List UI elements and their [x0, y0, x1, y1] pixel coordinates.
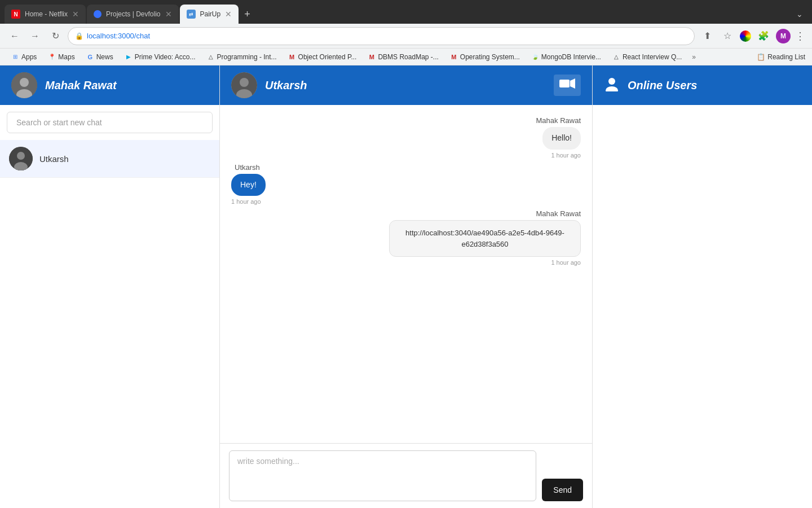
- bookmark-prime[interactable]: ▶ Prime Video: Acco...: [120, 52, 200, 62]
- dbms-icon: M: [368, 53, 376, 61]
- profile-avatar[interactable]: M: [776, 29, 791, 43]
- svg-point-1: [20, 78, 29, 87]
- security-icon: 🔒: [75, 32, 83, 40]
- current-user-avatar-image: [11, 72, 37, 98]
- oop-icon: M: [288, 53, 296, 61]
- online-users-title: Online Users: [628, 79, 697, 92]
- bookmark-dbms[interactable]: M DBMS RoadMap -...: [363, 52, 443, 62]
- message-sender-1: Mahak Rawat: [536, 116, 581, 125]
- bookmarks-bar: ⊞ Apps 📍 Maps G News ▶ Prime Video: Acco…: [0, 49, 812, 65]
- react-icon: △: [612, 53, 620, 61]
- tab-netflix-title: Home - Netflix: [25, 10, 68, 18]
- bookmark-oop-label: Object Oriented P...: [298, 53, 357, 61]
- bookmark-dbms-label: DBMS RoadMap -...: [378, 53, 438, 61]
- message-text-3: http://localhost:3040/ae490a56-a2e5-4db4…: [405, 229, 564, 248]
- online-users-header: Online Users: [593, 65, 812, 105]
- url-text: localhost:3000/chat: [87, 32, 687, 40]
- apps-icon: ⊞: [11, 53, 19, 61]
- bookmark-oop[interactable]: M Object Oriented P...: [284, 52, 361, 62]
- online-users-panel: Online Users: [592, 65, 812, 508]
- message-time-1: 1 hour ago: [551, 152, 581, 159]
- tab-pairup-title: PairUp: [200, 10, 221, 18]
- message-bubble-1: Hello!: [542, 127, 581, 150]
- contact-avatar-utkarsh: [9, 147, 33, 170]
- message-sender-2: Utkarsh: [235, 163, 260, 172]
- prime-icon: ▶: [125, 53, 133, 61]
- bookmark-maps[interactable]: 📍 Maps: [43, 52, 79, 62]
- bookmark-star-icon[interactable]: ☆: [720, 28, 735, 44]
- chat-input-area: Send: [220, 443, 592, 508]
- chat-header-avatar: [231, 72, 257, 98]
- pairup-favicon: ⇄: [187, 10, 196, 19]
- tab-devfolio-close[interactable]: ✕: [165, 10, 172, 19]
- forward-button[interactable]: →: [27, 28, 43, 44]
- reading-list-label: Reading List: [767, 53, 805, 61]
- bookmark-react-label: React Interview Q...: [623, 53, 682, 61]
- back-button[interactable]: ←: [7, 28, 23, 44]
- chat-recipient-name: Utkarsh: [265, 79, 546, 92]
- reading-list[interactable]: 📋 Reading List: [757, 53, 805, 61]
- bookmark-os-label: Operating System...: [460, 53, 520, 61]
- online-users-icon: [604, 76, 620, 95]
- tab-pairup[interactable]: ⇄ PairUp ✕: [180, 5, 239, 24]
- current-user-avatar: [11, 72, 37, 98]
- send-button[interactable]: Send: [542, 479, 583, 501]
- color-picker-icon[interactable]: [740, 30, 751, 42]
- bookmark-programming-label: Programming - Int...: [217, 53, 277, 61]
- bookmark-apps[interactable]: ⊞ Apps: [7, 52, 41, 62]
- message-input[interactable]: [229, 450, 536, 501]
- tab-netflix[interactable]: N Home - Netflix ✕: [5, 5, 86, 24]
- message-group-3: Mahak Rawat http://localhost:3040/ae490a…: [231, 209, 581, 266]
- browser-menu-button[interactable]: ⋮: [795, 30, 805, 42]
- reload-button[interactable]: ↻: [47, 28, 63, 44]
- bookmark-programming[interactable]: △ Programming - Int...: [202, 52, 281, 62]
- tab-devfolio[interactable]: Projects | Devfolio ✕: [87, 5, 179, 24]
- news-icon: G: [86, 53, 94, 61]
- bookmark-overflow[interactable]: »: [689, 52, 699, 62]
- bookmark-react[interactable]: △ React Interview Q...: [608, 52, 686, 62]
- svg-point-12: [606, 86, 618, 91]
- tab-netflix-close[interactable]: ✕: [72, 10, 79, 19]
- bookmark-maps-label: Maps: [58, 53, 74, 61]
- svg-point-7: [240, 78, 249, 87]
- svg-point-4: [17, 152, 25, 160]
- chat-header: Utkarsh: [220, 65, 592, 105]
- address-bar-actions: ⬆ ☆ 🧩 M ⋮: [699, 28, 805, 44]
- message-sender-3: Mahak Rawat: [536, 209, 581, 218]
- message-time-2: 1 hour ago: [231, 198, 261, 205]
- contact-name-utkarsh: Utkarsh: [39, 154, 69, 164]
- video-call-button[interactable]: [554, 75, 581, 96]
- message-text-1: Hello!: [551, 133, 572, 142]
- search-box[interactable]: Search or start new chat: [7, 112, 213, 133]
- url-bar[interactable]: 🔒 localhost:3000/chat: [68, 27, 695, 45]
- bookmark-mongodb[interactable]: 🍃 MongoDB Intervie...: [527, 52, 606, 62]
- extensions-icon[interactable]: 🧩: [756, 28, 771, 44]
- share-icon[interactable]: ⬆: [699, 28, 715, 44]
- message-bubble-3: http://localhost:3040/ae490a56-a2e5-4db4…: [389, 220, 581, 257]
- message-group-2: Utkarsh Hey! 1 hour ago: [231, 163, 581, 205]
- os-icon: M: [450, 53, 458, 61]
- bookmark-news[interactable]: G News: [82, 52, 118, 62]
- reading-list-icon: 📋: [757, 53, 765, 61]
- tab-bar: N Home - Netflix ✕ Projects | Devfolio ✕…: [0, 0, 812, 24]
- contact-item-utkarsh[interactable]: Utkarsh: [0, 140, 219, 178]
- mongodb-icon: 🍃: [531, 53, 539, 61]
- netflix-favicon: N: [11, 10, 20, 19]
- tab-overflow-button[interactable]: ⌄: [792, 7, 807, 21]
- contacts-list: Utkarsh: [0, 140, 219, 508]
- bookmark-os[interactable]: M Operating System...: [445, 52, 524, 62]
- tab-devfolio-title: Projects | Devfolio: [106, 10, 161, 18]
- current-user-name: Mahak Rawat: [45, 79, 117, 92]
- message-bubble-2: Hey!: [231, 174, 266, 196]
- app-content: Mahak Rawat Search or start new chat Utk…: [0, 65, 812, 508]
- tab-pairup-close[interactable]: ✕: [225, 10, 232, 19]
- svg-rect-9: [559, 80, 570, 87]
- sidebar: Mahak Rawat Search or start new chat Utk…: [0, 65, 220, 508]
- bookmark-mongodb-label: MongoDB Intervie...: [541, 53, 601, 61]
- search-placeholder: Search or start new chat: [16, 118, 102, 127]
- bookmark-apps-label: Apps: [21, 53, 37, 61]
- chat-main: Utkarsh Mahak Rawat Hello! 1 hour ago Ut…: [220, 65, 592, 508]
- new-tab-button[interactable]: +: [240, 6, 255, 23]
- message-group-1: Mahak Rawat Hello! 1 hour ago: [231, 116, 581, 159]
- svg-point-11: [608, 78, 615, 85]
